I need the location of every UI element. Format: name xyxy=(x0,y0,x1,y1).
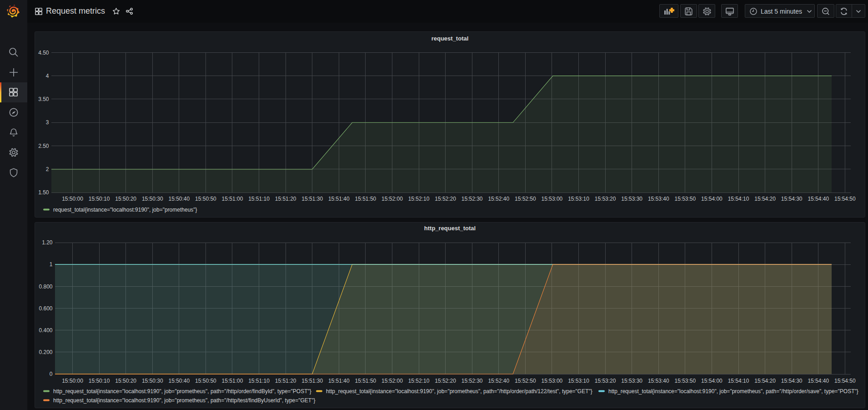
svg-text:15:52:10: 15:52:10 xyxy=(408,378,430,384)
svg-text:request_total{instance="localh: request_total{instance="localhost:9190",… xyxy=(53,207,197,213)
svg-text:15:53:00: 15:53:00 xyxy=(542,196,563,202)
svg-text:15:52:30: 15:52:30 xyxy=(462,378,483,384)
svg-text:15:53:50: 15:53:50 xyxy=(674,378,696,384)
svg-text:1.20: 1.20 xyxy=(42,239,53,246)
svg-text:15:54:20: 15:54:20 xyxy=(754,196,776,202)
svg-text:15:51:10: 15:51:10 xyxy=(248,378,270,384)
svg-text:4.50: 4.50 xyxy=(38,50,49,56)
svg-text:0.200: 0.200 xyxy=(39,349,52,355)
svg-text:15:51:00: 15:51:00 xyxy=(222,378,243,384)
svg-text:15:51:40: 15:51:40 xyxy=(328,378,350,384)
svg-text:15:51:30: 15:51:30 xyxy=(301,378,323,384)
svg-text:15:53:50: 15:53:50 xyxy=(674,196,696,202)
svg-text:15:52:30: 15:52:30 xyxy=(462,196,483,202)
svg-text:15:52:00: 15:52:00 xyxy=(381,196,403,202)
svg-text:15:50:40: 15:50:40 xyxy=(168,196,190,202)
svg-text:15:54:00: 15:54:00 xyxy=(701,196,722,202)
svg-text:http_request_total{instance="l: http_request_total{instance="localhost:9… xyxy=(608,388,858,395)
svg-text:0.800: 0.800 xyxy=(39,283,52,290)
svg-text:http_request_total: http_request_total xyxy=(424,225,476,232)
svg-text:15:53:40: 15:53:40 xyxy=(648,196,669,202)
svg-text:15:50:20: 15:50:20 xyxy=(115,196,136,202)
svg-text:0.400: 0.400 xyxy=(39,327,52,334)
svg-text:15:50:10: 15:50:10 xyxy=(89,196,110,202)
svg-text:0.600: 0.600 xyxy=(39,305,52,312)
svg-text:15:53:40: 15:53:40 xyxy=(648,378,669,384)
svg-text:15:50:00: 15:50:00 xyxy=(62,378,83,384)
svg-text:15:50:10: 15:50:10 xyxy=(89,378,110,384)
svg-text:http_request_total{instance="l: http_request_total{instance="localhost:9… xyxy=(53,388,311,395)
svg-text:15:53:00: 15:53:00 xyxy=(542,378,563,384)
svg-text:15:52:40: 15:52:40 xyxy=(488,196,509,202)
svg-text:15:52:00: 15:52:00 xyxy=(381,378,403,384)
svg-text:15:54:10: 15:54:10 xyxy=(728,196,749,202)
svg-text:15:51:50: 15:51:50 xyxy=(355,378,376,384)
svg-text:15:52:40: 15:52:40 xyxy=(488,378,509,384)
svg-text:2: 2 xyxy=(46,166,49,172)
svg-text:15:53:10: 15:53:10 xyxy=(568,196,589,202)
svg-text:4: 4 xyxy=(46,73,49,79)
svg-text:1: 1 xyxy=(50,261,53,268)
svg-text:0: 0 xyxy=(50,371,53,377)
svg-text:15:53:20: 15:53:20 xyxy=(595,196,616,202)
svg-text:3.50: 3.50 xyxy=(38,96,49,102)
svg-text:15:54:10: 15:54:10 xyxy=(728,378,749,384)
svg-text:15:50:50: 15:50:50 xyxy=(195,378,216,384)
svg-text:request_total: request_total xyxy=(431,35,469,42)
svg-text:3: 3 xyxy=(46,119,49,126)
svg-text:2.50: 2.50 xyxy=(38,143,49,149)
svg-text:15:50:40: 15:50:40 xyxy=(168,378,190,384)
svg-text:15:50:20: 15:50:20 xyxy=(115,378,136,384)
svg-text:15:52:20: 15:52:20 xyxy=(435,378,456,384)
svg-text:15:51:20: 15:51:20 xyxy=(275,196,296,202)
svg-text:15:51:20: 15:51:20 xyxy=(275,378,296,384)
svg-text:15:50:50: 15:50:50 xyxy=(195,196,216,202)
svg-text:http_request_total{instance="l: http_request_total{instance="localhost:9… xyxy=(53,397,315,404)
svg-text:15:50:00: 15:50:00 xyxy=(62,196,83,202)
svg-text:15:53:30: 15:53:30 xyxy=(621,196,642,202)
svg-text:15:54:40: 15:54:40 xyxy=(808,378,829,384)
svg-text:15:52:10: 15:52:10 xyxy=(408,196,430,202)
svg-text:15:54:20: 15:54:20 xyxy=(754,378,776,384)
svg-text:1.50: 1.50 xyxy=(38,189,49,196)
svg-text:15:50:30: 15:50:30 xyxy=(142,196,163,202)
svg-text:15:52:20: 15:52:20 xyxy=(435,196,456,202)
svg-text:15:52:50: 15:52:50 xyxy=(515,196,536,202)
svg-text:15:54:00: 15:54:00 xyxy=(701,378,722,384)
svg-text:15:53:20: 15:53:20 xyxy=(595,378,616,384)
svg-text:15:53:10: 15:53:10 xyxy=(568,378,589,384)
svg-text:15:54:40: 15:54:40 xyxy=(808,196,829,202)
svg-text:15:51:10: 15:51:10 xyxy=(248,196,270,202)
svg-text:15:54:50: 15:54:50 xyxy=(834,196,856,202)
svg-text:15:51:00: 15:51:00 xyxy=(222,196,243,202)
svg-text:15:51:50: 15:51:50 xyxy=(355,196,376,202)
svg-text:http_request_total{instance="l: http_request_total{instance="localhost:9… xyxy=(326,388,592,395)
svg-text:15:50:30: 15:50:30 xyxy=(142,378,163,384)
svg-text:15:53:30: 15:53:30 xyxy=(621,378,642,384)
svg-text:15:52:50: 15:52:50 xyxy=(515,378,536,384)
svg-text:15:54:30: 15:54:30 xyxy=(781,196,803,202)
svg-text:15:51:30: 15:51:30 xyxy=(301,196,323,202)
svg-text:15:54:50: 15:54:50 xyxy=(834,378,856,384)
svg-text:15:54:30: 15:54:30 xyxy=(781,378,803,384)
svg-text:15:51:40: 15:51:40 xyxy=(328,196,350,202)
